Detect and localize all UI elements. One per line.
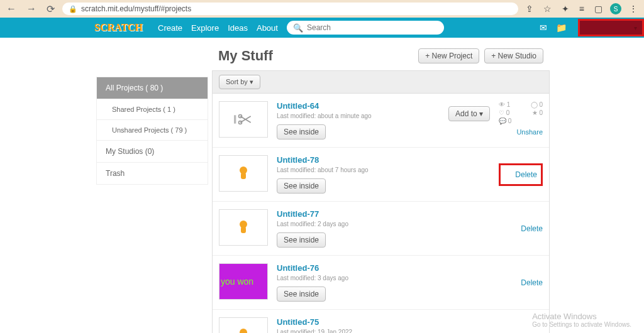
extension-icon[interactable]: ✦ — [559, 4, 572, 14]
sidebar-label: My Studios (0) — [106, 147, 154, 156]
sidebar-item-shared[interactable]: Shared Projects ( 1 ) — [96, 99, 208, 120]
main-area: All Projects ( 80 ) Shared Projects ( 1 … — [0, 38, 644, 333]
add-to-button[interactable]: Add to ▾ — [448, 106, 490, 121]
views-icon: 👁 1 — [499, 101, 510, 108]
project-modified: Last modified: 3 days ago — [277, 275, 490, 281]
project-row: Untitled-64 Last modified: about a minut… — [213, 94, 549, 148]
chevron-down-icon: ▾ — [479, 109, 483, 118]
see-inside-button[interactable]: See inside — [277, 287, 326, 302]
delete-link[interactable]: Delete — [499, 224, 543, 233]
lock-icon: 🔒 — [69, 5, 77, 13]
project-list: Untitled-64 Last modified: about a minut… — [212, 94, 550, 333]
project-modified: Last modified: 2 days ago — [277, 221, 490, 227]
sidebar-item-studios[interactable]: My Studios (0) — [96, 141, 208, 163]
delete-link[interactable]: Delete — [499, 278, 543, 287]
project-thumb[interactable] — [219, 101, 268, 138]
project-title[interactable]: Untitled-77 — [277, 209, 490, 219]
project-thumb[interactable] — [219, 155, 268, 192]
scratch-logo[interactable]: SCRATCH — [94, 22, 143, 33]
menu-icon[interactable]: ⋮ — [626, 4, 640, 14]
see-inside-button[interactable]: See inside — [277, 232, 326, 248]
project-thumb[interactable] — [219, 317, 268, 333]
project-stats: 👁 1◯ 0 ♡ 0★ 0 💬 0 Unshare — [499, 101, 543, 136]
project-thumb[interactable]: you won — [219, 263, 268, 300]
search-icon: 🔍 — [293, 23, 303, 33]
project-title[interactable]: Untitled-75 — [277, 317, 490, 327]
reading-list-icon[interactable]: ≡ — [577, 4, 587, 14]
cat-icon — [237, 165, 250, 182]
scissor-icon — [232, 113, 255, 126]
new-project-button[interactable]: + New Project — [418, 48, 479, 63]
reload-icon[interactable]: ⟳ — [44, 3, 57, 15]
sort-by-button[interactable]: Sort by ▾ — [219, 75, 260, 89]
project-title[interactable]: Untitled-64 — [277, 101, 440, 111]
svg-rect-6 — [241, 173, 246, 179]
new-studio-button[interactable]: + New Studio — [484, 48, 543, 63]
see-inside-button[interactable]: See inside — [277, 124, 326, 139]
thumb-text: you won — [221, 276, 253, 287]
project-modified: Last modified: about a minute ago — [277, 112, 440, 119]
sidebar-item-unshared[interactable]: Unshared Projects ( 79 ) — [96, 120, 208, 141]
project-row: Untitled-78 Last modified: about 7 hours… — [213, 148, 549, 202]
nav-ideas[interactable]: Ideas — [228, 23, 248, 33]
sidebar-item-all-projects[interactable]: All Projects ( 80 ) — [96, 77, 208, 99]
profile-avatar[interactable]: S — [610, 3, 621, 14]
content: My Stuff + New Project + New Studio Sort… — [212, 44, 550, 333]
svg-point-9 — [240, 329, 247, 333]
project-modified: Last modified: 19 Jan 2022 — [277, 329, 490, 333]
sidebar-label: Unshared Projects ( 79 ) — [112, 126, 187, 134]
nav-explore[interactable]: Explore — [191, 23, 219, 33]
header-row: My Stuff + New Project + New Studio — [212, 44, 550, 70]
remix-icon: ◯ 0 — [531, 101, 543, 108]
chevron-down-icon: ▾ — [250, 78, 253, 85]
search-input[interactable] — [307, 23, 438, 32]
page-title: My Stuff — [218, 48, 273, 64]
fav-icon: ★ 0 — [532, 109, 543, 116]
nav-about[interactable]: About — [257, 23, 278, 33]
unshare-link[interactable]: Unshare — [499, 128, 543, 136]
project-modified: Last modified: about 7 hours ago — [277, 166, 490, 173]
forward-icon[interactable]: → — [24, 3, 39, 14]
star-icon[interactable]: ☆ — [541, 4, 554, 14]
sidebar-item-trash[interactable]: Trash — [96, 163, 208, 185]
user-menu[interactable]: ▾ — [578, 19, 644, 36]
project-row: Untitled-77 Last modified: 2 days ago Se… — [213, 202, 549, 256]
mail-icon[interactable]: ✉ — [540, 23, 547, 33]
chevron-down-icon: ▾ — [634, 25, 637, 31]
cat-icon — [237, 327, 250, 333]
sidebar-label: Shared Projects ( 1 ) — [112, 106, 175, 113]
project-title[interactable]: Untitled-76 — [277, 263, 490, 273]
browser-chrome: ← → ⟳ 🔒 scratch.mit.edu/mystuff/#project… — [0, 0, 644, 18]
comments-icon: 💬 0 — [499, 117, 511, 124]
project-row: Untitled-75 Last modified: 19 Jan 2022 S… — [213, 310, 549, 333]
share-icon[interactable]: ⇪ — [523, 4, 536, 14]
svg-rect-0 — [234, 115, 236, 123]
see-inside-button[interactable]: See inside — [277, 178, 326, 194]
nav-create[interactable]: Create — [158, 23, 182, 33]
sidebar-label: All Projects ( 80 ) — [106, 84, 163, 92]
back-icon[interactable]: ← — [4, 3, 19, 14]
mystuff-icon[interactable]: 📁 — [556, 23, 567, 33]
sidebar: All Projects ( 80 ) Shared Projects ( 1 … — [96, 77, 208, 333]
project-title[interactable]: Untitled-78 — [277, 155, 490, 165]
project-row: you won Untitled-76 Last modified: 3 day… — [213, 256, 549, 310]
cat-icon — [237, 219, 250, 236]
sidebar-label: Trash — [106, 169, 125, 178]
delete-link[interactable]: Delete — [499, 163, 543, 186]
project-thumb[interactable] — [219, 209, 268, 246]
loves-icon: ♡ 0 — [499, 109, 509, 116]
url-bar[interactable]: 🔒 scratch.mit.edu/mystuff/#projects — [62, 3, 518, 15]
sort-bar: Sort by ▾ — [212, 70, 550, 94]
search-box[interactable]: 🔍 — [287, 21, 444, 35]
svg-rect-8 — [241, 227, 246, 233]
url-text: scratch.mit.edu/mystuff/#projects — [81, 4, 191, 13]
top-nav: SCRATCH Create Explore Ideas About 🔍 ✉ 📁… — [0, 18, 644, 38]
window-icon[interactable]: ▢ — [592, 4, 605, 14]
